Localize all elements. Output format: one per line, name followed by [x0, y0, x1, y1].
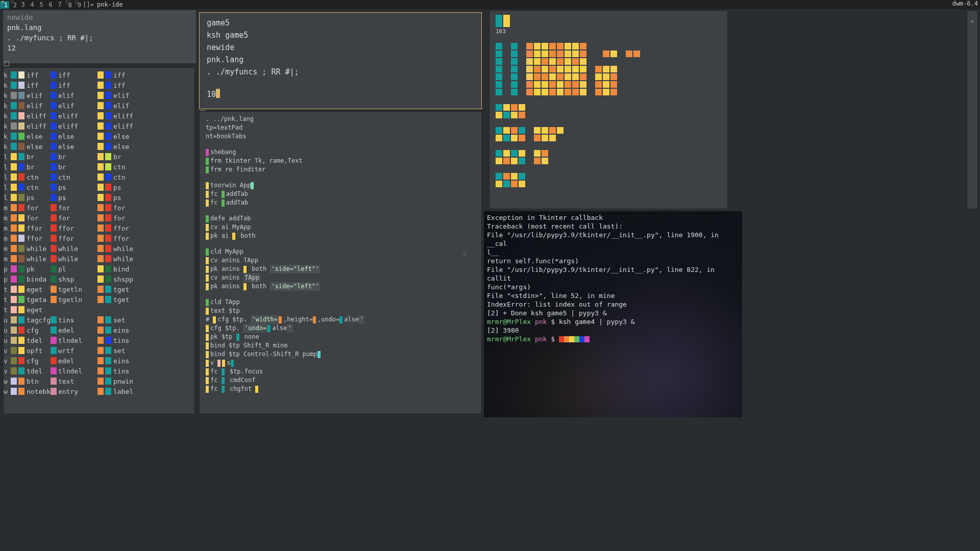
symbol-entry[interactable] — [51, 305, 97, 315]
symbol-entry[interactable]: utagcfg — [4, 315, 51, 325]
symbol-entry[interactable]: br — [51, 152, 97, 162]
symbol-entry[interactable]: wnotebk — [4, 386, 51, 396]
symbol-entry[interactable]: bind — [97, 264, 144, 274]
symbol-entry[interactable]: ucfg — [4, 325, 51, 335]
symbol-entry[interactable]: eliff — [51, 121, 97, 131]
symbol-entry[interactable]: edel — [51, 356, 97, 366]
symbol-entry[interactable]: else — [51, 141, 97, 152]
symbol-entry[interactable]: teget — [4, 284, 51, 294]
symbol-entry[interactable]: pnwin — [97, 376, 144, 386]
tag-8[interactable]: □8 — [64, 1, 74, 9]
symbol-entry[interactable]: tins — [97, 366, 144, 376]
symbol-entry[interactable]: elif — [97, 90, 144, 101]
symbol-entry[interactable]: kelse — [4, 131, 51, 141]
symbol-entry[interactable]: while — [51, 254, 97, 264]
code-line[interactable]: pk ai both — [206, 232, 477, 240]
symbol-entry[interactable]: else — [97, 131, 144, 141]
code-line[interactable]: fc chgfnt — [206, 385, 477, 393]
symbol-entry[interactable]: tlndel — [51, 366, 97, 376]
command-prompt-box[interactable]: game5 ksh game5 newide pnk.lang . ./myfu… — [199, 12, 482, 109]
symbol-entry[interactable]: elif — [97, 101, 144, 111]
symbol-entry[interactable]: iff — [51, 80, 97, 90]
symbol-entry[interactable]: while — [97, 254, 144, 264]
prompt-input-line[interactable]: 10 — [207, 88, 474, 101]
minimap-pane[interactable]: 163 — [489, 10, 728, 209]
symbol-entry[interactable]: ttgeta — [4, 294, 51, 305]
code-line[interactable]: pk anins both 'side="left"' — [206, 282, 477, 291]
symbol-entry[interactable] — [97, 305, 144, 315]
code-line[interactable]: fc cmdConf — [206, 376, 477, 385]
symbol-entry[interactable]: tins — [51, 315, 97, 325]
code-line[interactable]: # cfg $tp. 'width=,height=,undo=alse' — [206, 315, 477, 324]
symbol-entry[interactable]: text — [51, 376, 97, 386]
symbol-entry[interactable]: wrtf — [51, 345, 97, 356]
symbol-entry[interactable]: eliff — [97, 121, 144, 131]
symbol-entry[interactable]: lctn — [4, 182, 51, 192]
symbol-palette-pane[interactable]: kiffkiffkelifkelifkeliffkeliffkelsekelse… — [3, 67, 195, 414]
symbol-entry[interactable]: tgetln — [51, 294, 97, 305]
symbol-entry[interactable]: else — [97, 141, 144, 152]
symbol-entry[interactable]: ps — [97, 182, 144, 192]
symbol-entry[interactable]: mffor — [4, 223, 51, 233]
symbol-entry[interactable]: else — [51, 131, 97, 141]
symbol-entry[interactable]: lctn — [4, 172, 51, 182]
code-line[interactable]: text $tp — [206, 307, 477, 315]
symbol-entry[interactable]: ffor — [51, 233, 97, 243]
symbol-entry[interactable]: iff — [97, 70, 144, 80]
tag-9[interactable]: □9 — [74, 1, 83, 9]
symbol-entry[interactable]: eliff — [97, 111, 144, 121]
symbol-entry[interactable]: while — [97, 243, 144, 254]
code-line[interactable]: tp=textPad — [206, 123, 477, 132]
symbol-entry[interactable]: mfor — [4, 203, 51, 213]
symbol-entry[interactable]: vopft — [4, 345, 51, 356]
code-line[interactable]: . ../pnk.lang — [206, 115, 477, 123]
symbol-entry[interactable]: teget — [4, 305, 51, 315]
symbol-entry[interactable]: label — [97, 386, 144, 396]
window-handle-icon[interactable] — [4, 61, 9, 66]
symbol-entry[interactable]: eins — [97, 356, 144, 366]
symbol-entry[interactable]: tget — [97, 294, 144, 305]
symbol-entry[interactable]: lps — [4, 192, 51, 203]
code-line[interactable]: defe addTab — [206, 214, 477, 223]
symbol-entry[interactable]: br — [97, 152, 144, 162]
symbol-entry[interactable]: pbinda — [4, 274, 51, 284]
symbol-entry[interactable]: ffor — [97, 223, 144, 233]
code-line[interactable]: nt=bookTabs — [206, 132, 477, 141]
symbol-entry[interactable]: kiff — [4, 70, 51, 80]
code-line[interactable]: pk $tp none — [206, 333, 477, 341]
tag-1[interactable]: ■1 — [0, 1, 9, 9]
symbol-entry[interactable]: keliff — [4, 111, 51, 121]
symbol-entry[interactable]: set — [97, 345, 144, 356]
symbol-entry[interactable]: mwhile — [4, 254, 51, 264]
symbol-entry[interactable]: mfor — [4, 213, 51, 223]
symbol-entry[interactable]: kiff — [4, 80, 51, 90]
symbol-entry[interactable]: utdel — [4, 335, 51, 345]
symbol-entry[interactable]: pl — [51, 264, 97, 274]
symbol-entry[interactable]: set — [97, 315, 144, 325]
code-line[interactable]: toorwin App — [206, 181, 477, 190]
symbol-entry[interactable]: br — [51, 162, 97, 172]
code-line[interactable]: cv ai MyApp — [206, 223, 477, 232]
symbol-entry[interactable]: ps — [51, 182, 97, 192]
symbol-entry[interactable]: ctn — [51, 172, 97, 182]
symbol-entry[interactable]: ppk — [4, 264, 51, 274]
code-line[interactable]: cv anins TApp — [206, 256, 477, 265]
code-line[interactable]: cv anins TApp — [206, 273, 477, 282]
code-line[interactable]: fc $tp.focus — [206, 367, 477, 376]
symbol-entry[interactable]: eliff — [51, 111, 97, 121]
symbol-entry[interactable]: kelif — [4, 90, 51, 101]
code-editor-pane[interactable]: . ../pnk.langtp=textPadnt=bookTabssheban… — [199, 111, 482, 414]
symbol-entry[interactable]: kelse — [4, 141, 51, 152]
symbol-entry[interactable]: elif — [51, 90, 97, 101]
symbol-entry[interactable]: ffor — [51, 223, 97, 233]
tag-5[interactable]: 5 — [37, 1, 46, 8]
symbol-entry[interactable]: ctn — [97, 162, 144, 172]
code-line[interactable]: frm tkinter Tk, rame,Text — [206, 157, 477, 165]
symbol-entry[interactable]: edel — [51, 325, 97, 335]
code-line[interactable]: cfg $tp. 'undo=alse' — [206, 324, 477, 333]
code-line[interactable]: bind $tp Shift_R mine — [206, 341, 477, 350]
symbol-entry[interactable]: vtdel — [4, 366, 51, 376]
symbol-entry[interactable]: iff — [51, 70, 97, 80]
symbol-entry[interactable]: lbr — [4, 152, 51, 162]
terminal-pane[interactable]: Exception in Tkinter callbackTraceback (… — [484, 211, 742, 416]
